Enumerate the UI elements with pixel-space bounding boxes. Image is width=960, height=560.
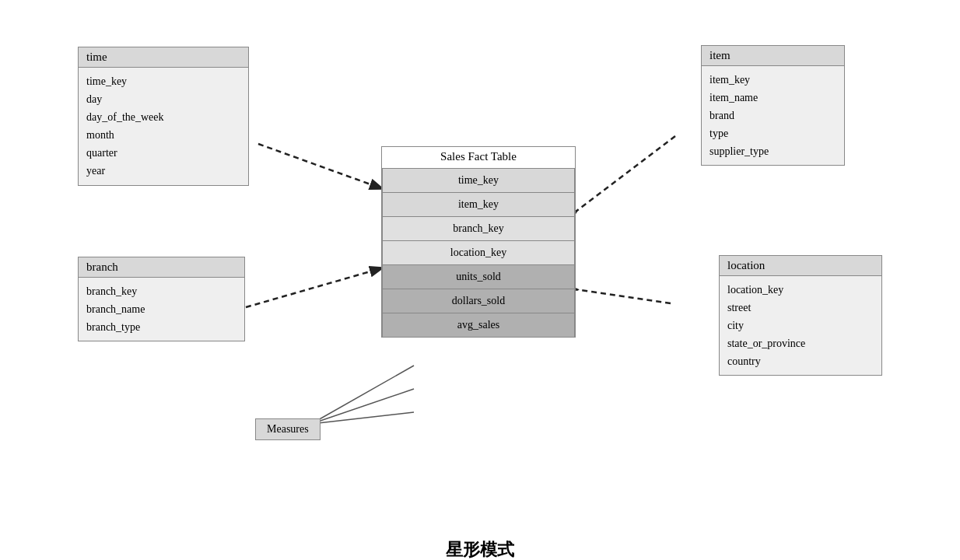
location-field-4: state_or_province: [727, 334, 874, 352]
location-table-body: location_key street city state_or_provin…: [720, 276, 881, 375]
location-field-3: city: [727, 317, 874, 334]
fact-row-branch-key: branch_key: [382, 216, 575, 241]
svg-line-0: [258, 144, 381, 188]
time-field-6: year: [86, 162, 240, 180]
time-field-2: day: [86, 90, 240, 108]
fact-table-title: Sales Fact Table: [382, 147, 575, 168]
location-field-2: street: [727, 299, 874, 317]
item-field-3: brand: [709, 107, 836, 124]
item-field-4: type: [709, 124, 836, 142]
location-field-5: country: [727, 352, 874, 370]
branch-table-title: branch: [79, 257, 244, 278]
item-table-title: item: [702, 46, 844, 66]
item-field-5: supplier_type: [709, 142, 836, 160]
page-footer: 星形模式 CSDN @Francek Chen: [0, 529, 960, 560]
fact-row-avg-sales: avg_sales: [382, 313, 575, 338]
time-field-4: month: [86, 126, 240, 144]
item-table: item item_key item_name brand type suppl…: [701, 45, 845, 166]
time-table: time time_key day day_of_the_week month …: [78, 47, 249, 186]
time-field-5: quarter: [86, 144, 240, 162]
svg-line-4: [311, 366, 414, 424]
time-field-3: day_of_the_week: [86, 108, 240, 126]
location-table: location location_key street city state_…: [719, 255, 882, 376]
item-field-1: item_key: [709, 71, 836, 89]
time-field-1: time_key: [86, 72, 240, 90]
time-table-title: time: [79, 47, 248, 68]
diagram-title: 星形模式: [0, 532, 960, 560]
svg-line-2: [246, 268, 381, 307]
location-field-1: location_key: [727, 281, 874, 299]
location-table-title: location: [720, 256, 881, 276]
branch-field-3: branch_type: [86, 318, 236, 336]
svg-line-6: [311, 412, 414, 424]
fact-row-location-key: location_key: [382, 240, 575, 265]
fact-table: Sales Fact Table time_key item_key branc…: [381, 146, 576, 338]
item-table-body: item_key item_name brand type supplier_t…: [702, 66, 844, 165]
fact-row-time-key: time_key: [382, 168, 575, 193]
branch-table-body: branch_key branch_name branch_type: [79, 278, 244, 341]
diagram-container: time time_key day day_of_the_week month …: [0, 0, 960, 529]
branch-field-2: branch_name: [86, 300, 236, 318]
svg-line-3: [576, 289, 671, 303]
measures-label: Measures: [255, 418, 321, 440]
branch-table: branch branch_key branch_name branch_typ…: [78, 257, 245, 341]
time-table-body: time_key day day_of_the_week month quart…: [79, 68, 248, 185]
fact-row-item-key: item_key: [382, 192, 575, 217]
branch-field-1: branch_key: [86, 282, 236, 300]
svg-line-5: [311, 389, 414, 424]
fact-row-units-sold: units_sold: [382, 264, 575, 289]
fact-row-dollars-sold: dollars_sold: [382, 289, 575, 313]
svg-line-1: [576, 136, 675, 212]
item-field-2: item_name: [709, 89, 836, 107]
